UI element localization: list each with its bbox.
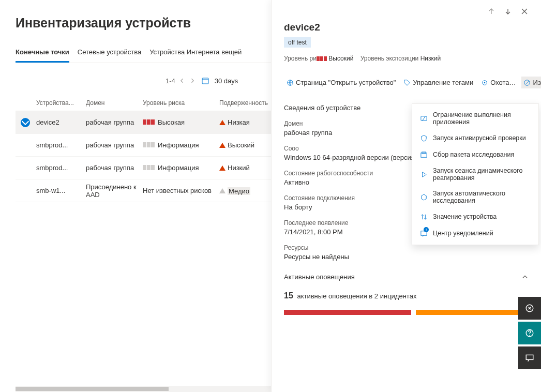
svg-point-14 xyxy=(529,335,530,336)
shield-icon xyxy=(419,134,428,142)
table-header: Устройства... Домен Уровень риска Подвер… xyxy=(16,95,271,111)
main-content: Инвентаризация устройств Конечные точки … xyxy=(0,0,271,392)
info-resources: РесурсыРесурсы не найдены xyxy=(284,244,529,261)
col-domain[interactable]: Домен xyxy=(86,99,143,107)
play-icon xyxy=(419,170,428,178)
cell-risk: Информация xyxy=(143,164,219,172)
manage-tags-button[interactable]: Управление тегами xyxy=(401,77,475,88)
warning-icon xyxy=(219,165,226,171)
risk-bars-icon xyxy=(143,119,155,125)
cell-risk: Высокая xyxy=(143,118,219,126)
prev-page-icon[interactable] xyxy=(178,77,186,84)
section-active-alerts: Активные оповещения xyxy=(284,273,355,281)
cell-domain: рабочая группа xyxy=(86,141,143,149)
svg-rect-0 xyxy=(202,78,208,84)
alerts-summary: 15 активные оповещения в 2 инцидентах xyxy=(284,291,529,300)
cell-exposure: Высокий xyxy=(219,141,271,149)
table-row[interactable]: smbprod... рабочая группа Информация Низ… xyxy=(16,157,271,179)
package-icon xyxy=(419,150,428,159)
cell-device: device2 xyxy=(36,118,86,126)
block-icon xyxy=(523,79,531,86)
tab-endpoints[interactable]: Конечные точки xyxy=(16,45,69,63)
open-device-page-button[interactable]: Страница "Открыть устройство" xyxy=(284,77,398,88)
cell-exposure: Медио xyxy=(219,186,271,194)
risk-exposure-levels: Уровень ри Высокий Уровень экспозиции Ни… xyxy=(284,55,529,62)
date-range[interactable]: 30 days xyxy=(215,77,238,85)
col-device[interactable]: Устройства... xyxy=(36,99,86,107)
col-exposure[interactable]: Подверженность xyxy=(219,99,271,107)
next-page-icon[interactable] xyxy=(189,77,196,84)
restrict-icon xyxy=(419,114,428,123)
svg-line-8 xyxy=(422,116,425,120)
warning-icon xyxy=(219,120,226,125)
alerts-count: 15 xyxy=(284,291,293,300)
isolate-device-button[interactable]: Изоляция устройства xyxy=(521,77,541,88)
horizontal-scrollbar[interactable] xyxy=(16,386,271,392)
cell-risk: Нет известных рисков xyxy=(143,187,219,194)
tag-icon xyxy=(403,79,411,86)
warning-icon xyxy=(219,188,226,193)
chevron-up-icon[interactable] xyxy=(521,274,529,281)
menu-auto-investigation[interactable]: Запуск автоматического исследования xyxy=(412,186,538,208)
table-row[interactable]: smb-w1... Присоединено к AAD Нет известн… xyxy=(16,179,271,202)
notification-badge: ! xyxy=(424,227,429,232)
close-icon[interactable] xyxy=(520,7,529,16)
menu-restrict-app-execution[interactable]: Ограничение выполнения приложения xyxy=(412,107,538,130)
hunt-button[interactable]: Охота… xyxy=(478,77,518,88)
cell-domain: рабочая группа xyxy=(86,118,143,126)
table-row[interactable]: device2 рабочая группа Высокая Низкая xyxy=(16,111,271,134)
side-btn-info[interactable] xyxy=(518,297,541,320)
side-buttons xyxy=(518,295,541,369)
cell-exposure: Низкий xyxy=(219,163,271,172)
globe-icon xyxy=(286,79,294,86)
risk-bars-icon xyxy=(143,165,155,170)
svg-rect-15 xyxy=(526,355,533,359)
pager: 1-4 xyxy=(166,77,196,85)
cell-domain: рабочая группа xyxy=(86,164,143,172)
details-panel: device2 off test Уровень ри Высокий Уров… xyxy=(271,0,541,392)
tab-iot-devices[interactable]: Устройства Интернета вещей xyxy=(149,45,242,63)
col-risk[interactable]: Уровень риска xyxy=(143,99,219,107)
cell-device: smbprod... xyxy=(36,164,86,172)
arrows-icon xyxy=(419,213,428,221)
svg-line-6 xyxy=(525,81,529,84)
target-icon xyxy=(480,79,488,86)
up-arrow-icon[interactable] xyxy=(487,7,495,16)
menu-run-antivirus[interactable]: Запуск антивирусной проверки xyxy=(412,130,538,146)
down-arrow-icon[interactable] xyxy=(504,7,512,16)
hexagon-icon xyxy=(419,193,428,201)
menu-device-value[interactable]: Значение устройства xyxy=(412,208,538,225)
menu-action-center[interactable]: !Центр уведомлений xyxy=(412,225,538,242)
tab-network-devices[interactable]: Сетевые устройства xyxy=(78,45,141,63)
alerts-bar xyxy=(284,310,529,315)
command-bar: Страница "Открыть устройство" Управление… xyxy=(284,77,529,88)
cell-risk: Информация xyxy=(143,141,219,149)
page-title: Инвентаризация устройств xyxy=(16,16,271,31)
warning-icon xyxy=(219,143,226,148)
risk-bars-icon xyxy=(317,56,327,61)
cell-domain: Присоединено к AAD xyxy=(86,183,143,199)
calendar-icon[interactable] xyxy=(201,77,209,85)
menu-collect-package[interactable]: Сбор пакета исследования xyxy=(412,146,538,163)
side-btn-feedback[interactable] xyxy=(518,346,541,369)
tabs: Конечные точки Сетевые устройства Устрой… xyxy=(16,45,271,63)
panel-title: device2 xyxy=(284,22,529,33)
cell-exposure: Низкая xyxy=(219,118,271,126)
side-btn-help[interactable] xyxy=(518,322,541,344)
table-row[interactable]: smbprod... рабочая группа Информация Выс… xyxy=(16,134,271,157)
cell-device: smb-w1... xyxy=(36,187,86,194)
device-tag[interactable]: off test xyxy=(284,37,311,48)
menu-live-response[interactable]: Запуск сеанса динамического реагирования xyxy=(412,163,538,186)
svg-point-4 xyxy=(484,82,485,83)
actions-menu: Ограничение выполнения приложения Запуск… xyxy=(412,103,539,245)
risk-bars-icon xyxy=(143,142,155,147)
pager-text: 1-4 xyxy=(166,77,175,85)
row-select-radio[interactable] xyxy=(21,118,30,127)
cell-device: smbprod... xyxy=(36,141,86,149)
